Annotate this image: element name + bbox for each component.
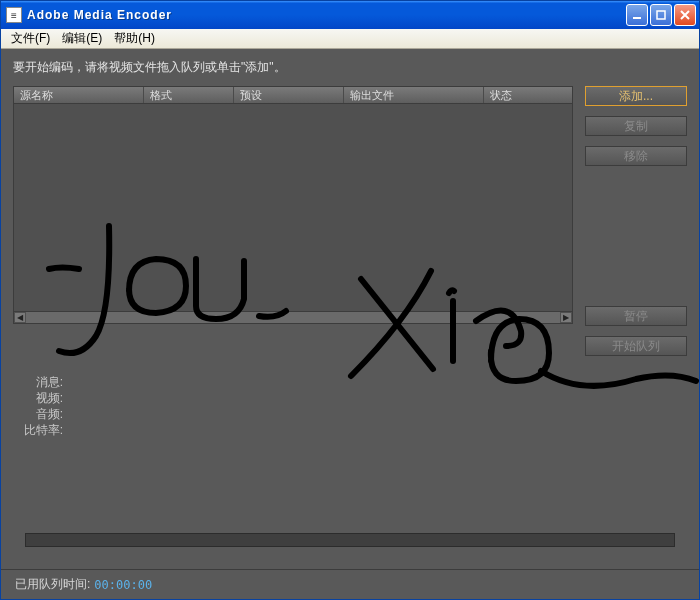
button-column: 添加... 复制 移除 暂停 开始队列 — [585, 86, 687, 356]
spacer — [585, 176, 687, 296]
menu-edit[interactable]: 编辑(E) — [56, 29, 108, 48]
window-title: Adobe Media Encoder — [27, 8, 626, 22]
info-video-label: 视频: — [13, 390, 63, 406]
col-preset[interactable]: 预设 — [234, 87, 344, 103]
maximize-button[interactable] — [650, 4, 672, 26]
titlebar: ≡ Adobe Media Encoder — [1, 1, 699, 29]
col-status[interactable]: 状态 — [484, 87, 572, 103]
status-label: 已用队列时间: — [15, 576, 90, 593]
instruction-text: 要开始编码，请将视频文件拖入队列或单击"添加"。 — [13, 59, 687, 76]
info-area: 消息: 视频: 音频: 比特率: — [13, 374, 687, 438]
maximize-icon — [655, 9, 667, 21]
pause-button[interactable]: 暂停 — [585, 306, 687, 326]
info-bitrate-label: 比特率: — [13, 422, 63, 438]
minimize-icon — [631, 9, 643, 21]
info-message-label: 消息: — [13, 374, 63, 390]
horizontal-scrollbar[interactable]: ◀ ▶ — [13, 312, 573, 324]
svg-rect-1 — [657, 11, 665, 19]
menu-help[interactable]: 帮助(H) — [108, 29, 161, 48]
col-format[interactable]: 格式 — [144, 87, 234, 103]
table-header: 源名称 格式 预设 输出文件 状态 — [13, 86, 573, 104]
menubar: 文件(F) 编辑(E) 帮助(H) — [1, 29, 699, 49]
menu-file[interactable]: 文件(F) — [5, 29, 56, 48]
start-queue-button[interactable]: 开始队列 — [585, 336, 687, 356]
window-controls — [626, 4, 696, 26]
info-audio-label: 音频: — [13, 406, 63, 422]
close-icon — [679, 9, 691, 21]
scroll-right-button[interactable]: ▶ — [560, 312, 572, 323]
scroll-left-button[interactable]: ◀ — [14, 312, 26, 323]
add-button[interactable]: 添加... — [585, 86, 687, 106]
col-output[interactable]: 输出文件 — [344, 87, 484, 103]
queue-table: 源名称 格式 预设 输出文件 状态 ◀ ▶ — [13, 86, 573, 356]
app-icon: ≡ — [6, 7, 22, 23]
table-body[interactable] — [13, 104, 573, 312]
col-source[interactable]: 源名称 — [14, 87, 144, 103]
status-time: 00:00:00 — [94, 578, 152, 592]
progress-bar — [25, 533, 675, 547]
scroll-track[interactable] — [26, 312, 560, 323]
app-window: ≡ Adobe Media Encoder 文件(F) 编辑(E) 帮助(H) … — [0, 0, 700, 600]
minimize-button[interactable] — [626, 4, 648, 26]
content-area: 要开始编码，请将视频文件拖入队列或单击"添加"。 源名称 格式 预设 输出文件 … — [1, 49, 699, 599]
close-button[interactable] — [674, 4, 696, 26]
status-bar: 已用队列时间: 00:00:00 — [1, 569, 699, 599]
remove-button[interactable]: 移除 — [585, 146, 687, 166]
svg-rect-0 — [633, 17, 641, 19]
duplicate-button[interactable]: 复制 — [585, 116, 687, 136]
main-row: 源名称 格式 预设 输出文件 状态 ◀ ▶ 添加... 复制 移除 暂停 — [13, 86, 687, 356]
